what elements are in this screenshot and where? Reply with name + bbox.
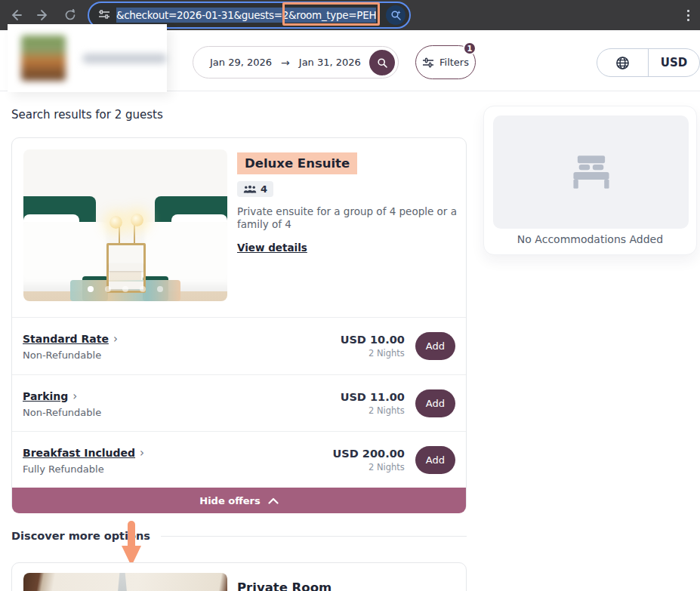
occupancy-chip: 4 bbox=[237, 181, 273, 197]
chevron-right-icon: › bbox=[140, 446, 144, 460]
carousel-dot[interactable] bbox=[105, 286, 111, 292]
room-info: Deluxe Ensuite 4 Private ensuite for a g… bbox=[237, 149, 464, 306]
offer-policy: Non-Refundable bbox=[23, 407, 101, 418]
add-offer-button[interactable]: Add bbox=[415, 446, 455, 474]
room-photo-carousel[interactable] bbox=[23, 573, 227, 591]
hide-offers-label: Hide offers bbox=[199, 495, 260, 506]
cart-empty-message: No Accommodations Added bbox=[484, 233, 696, 245]
offer-duration: 2 Nights bbox=[333, 462, 405, 472]
chevron-right-icon: › bbox=[72, 389, 77, 403]
hotel-logo-image-blurred bbox=[21, 35, 66, 81]
search-dates-button[interactable] bbox=[369, 50, 395, 75]
checkout-date[interactable]: Jan 31, 2026 bbox=[299, 57, 361, 68]
room-name: Deluxe Ensuite bbox=[245, 156, 350, 171]
room-photo-carousel[interactable] bbox=[23, 149, 227, 301]
search-icon bbox=[377, 57, 388, 69]
add-offer-button[interactable]: Add bbox=[415, 389, 455, 417]
url-selected-text: &checkout=2026-01-31&guests=2 bbox=[116, 8, 288, 23]
date-range-picker[interactable]: Jan 29, 2026 → Jan 31, 2026 bbox=[193, 46, 399, 78]
offer-policy: Non-Refundable bbox=[23, 349, 118, 361]
carousel-dot[interactable] bbox=[140, 286, 146, 292]
lens-icon bbox=[390, 10, 402, 21]
photo-lamp bbox=[109, 216, 122, 229]
reload-icon bbox=[64, 9, 76, 21]
hotel-name-blurred bbox=[82, 54, 167, 63]
offer-duration: 2 Nights bbox=[341, 405, 405, 416]
language-button[interactable] bbox=[597, 49, 648, 76]
forward-button[interactable] bbox=[32, 4, 54, 26]
search-with-lens-button[interactable] bbox=[386, 5, 406, 25]
chevron-right-icon: › bbox=[113, 332, 118, 346]
cart-empty-illustration bbox=[493, 115, 689, 229]
offer-duration: 2 Nights bbox=[341, 348, 405, 359]
page: &checkout=2026-01-31&guests=2&room_type=… bbox=[0, 0, 700, 591]
offer-row: Parking› Non-Refundable USD 11.00 2 Nigh… bbox=[12, 374, 466, 431]
filters-badge: 1 bbox=[463, 42, 476, 55]
hotel-logo[interactable] bbox=[8, 24, 167, 92]
accommodations-cart: No Accommodations Added bbox=[483, 106, 697, 255]
room-name: Private Room bbox=[237, 573, 331, 591]
offers-list: Standard Rate› Non-Refundable USD 10.00 … bbox=[12, 317, 466, 488]
browser-menu-button[interactable] bbox=[679, 6, 697, 24]
back-arrow-icon bbox=[10, 9, 22, 21]
site-settings-icon[interactable] bbox=[98, 8, 110, 23]
bed-icon bbox=[569, 155, 613, 189]
carousel-dot[interactable] bbox=[122, 286, 128, 292]
checkin-date[interactable]: Jan 29, 2026 bbox=[210, 57, 272, 68]
room-card: Deluxe Ensuite 4 Private ensuite for a g… bbox=[11, 137, 467, 513]
filters-label: Filters bbox=[439, 57, 469, 68]
photo-chandelier bbox=[114, 573, 131, 591]
url-highlighted-text: &room_type=PEH bbox=[288, 8, 376, 23]
forward-arrow-icon bbox=[37, 9, 49, 21]
room-description: Private ensuite for a group of 4 people … bbox=[237, 205, 464, 231]
offer-price: USD 10.00 bbox=[341, 334, 405, 346]
offer-name-link[interactable]: Parking bbox=[23, 390, 68, 402]
carousel-dot[interactable] bbox=[157, 286, 163, 292]
date-arrow-icon: → bbox=[281, 57, 290, 69]
language-currency-switcher: USD bbox=[597, 48, 700, 77]
annotation-name-highlight: Deluxe Ensuite bbox=[237, 152, 357, 174]
chevron-up-icon bbox=[268, 497, 279, 504]
hide-offers-button[interactable]: Hide offers bbox=[12, 488, 466, 513]
discover-heading: Discover more options bbox=[11, 530, 150, 542]
offer-policy: Fully Refundable bbox=[23, 463, 144, 475]
discover-section: Discover more options bbox=[11, 530, 467, 542]
currency-button[interactable]: USD bbox=[649, 49, 699, 76]
carousel-dots bbox=[88, 286, 163, 292]
offer-name-link[interactable]: Breakfast Included bbox=[23, 447, 135, 459]
site-header: Jan 29, 2026 → Jan 31, 2026 Filters 1 US… bbox=[0, 30, 700, 91]
guests-icon bbox=[243, 185, 257, 194]
carousel-dot[interactable] bbox=[88, 286, 94, 292]
back-button[interactable] bbox=[5, 4, 27, 26]
divider bbox=[161, 536, 467, 537]
photo-lamp bbox=[131, 214, 143, 226]
add-offer-button[interactable]: Add bbox=[415, 332, 455, 360]
room-card-top: Deluxe Ensuite 4 Private ensuite for a g… bbox=[12, 138, 466, 317]
view-details-link[interactable]: View details bbox=[237, 242, 307, 254]
filters-sliders-icon bbox=[422, 57, 434, 68]
photo-lamp-stem bbox=[134, 225, 135, 245]
globe-icon bbox=[615, 56, 630, 70]
photo-lamp-stem bbox=[119, 226, 120, 245]
room-card-next: Private Room bbox=[11, 562, 467, 591]
occupancy-count: 4 bbox=[261, 183, 267, 195]
offer-row: Breakfast Included› Fully Refundable USD… bbox=[12, 431, 466, 488]
offer-price: USD 11.00 bbox=[341, 391, 405, 403]
results-heading: Search results for 2 guests bbox=[11, 108, 163, 122]
offer-name-link[interactable]: Standard Rate bbox=[23, 333, 109, 345]
filters-button[interactable]: Filters 1 bbox=[415, 45, 476, 79]
url-text: &checkout=2026-01-31&guests=2&room_type=… bbox=[116, 9, 376, 21]
offer-price: USD 200.00 bbox=[333, 448, 405, 460]
reload-button[interactable] bbox=[59, 4, 82, 26]
offer-row: Standard Rate› Non-Refundable USD 10.00 … bbox=[12, 318, 466, 374]
